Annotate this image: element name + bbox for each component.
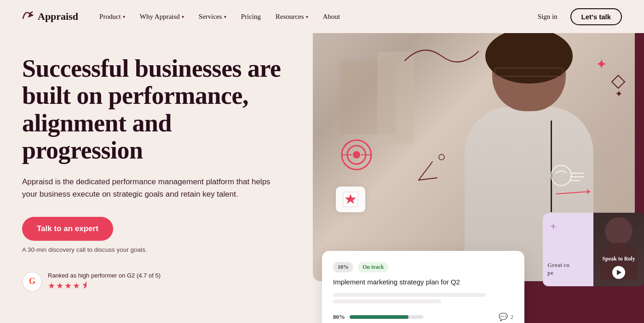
comment-icon: 💬: [499, 312, 508, 321]
logo-text: Appraisd: [38, 11, 78, 23]
video-right-panel: Speak to Roly: [593, 213, 644, 286]
nav-pricing[interactable]: Pricing: [235, 9, 267, 24]
chevron-down-icon: ▾: [182, 14, 184, 19]
nav-why-appraisd[interactable]: Why Appraisd ▾: [133, 9, 190, 24]
card-line-2: [333, 300, 441, 303]
svg-marker-5: [612, 75, 625, 88]
video-left-text: Great co pe: [547, 261, 569, 277]
nav-resources[interactable]: Resources ▾: [269, 9, 315, 24]
on-track-badge: On track: [358, 262, 388, 272]
speak-to-label: Speak to Roly: [602, 255, 635, 262]
task-card: 10% On track Implement marketing strateg…: [322, 251, 524, 323]
progress-label: 80%: [333, 313, 345, 321]
percent-badge: 10%: [333, 262, 353, 272]
card-title: Implement marketing strategy plan for Q2: [333, 278, 513, 286]
hero-title: Successful businesses are built on perfo…: [22, 55, 291, 164]
nav-actions: Sign in Let's talk: [532, 8, 622, 25]
chevron-down-icon: ▾: [306, 14, 308, 19]
right-content: ✦ ✦: [313, 33, 644, 323]
g2-logo: G: [22, 272, 42, 292]
logo-icon: [22, 10, 35, 23]
card-lines: [333, 293, 513, 303]
comments-count: 2: [511, 313, 514, 321]
g2-label: Ranked as high performer on G2 (4.7 of 5…: [48, 272, 161, 279]
video-left-panel: + Great co pe: [543, 213, 593, 286]
sign-in-button[interactable]: Sign in: [532, 9, 563, 24]
plus-icon: +: [550, 220, 557, 232]
star-2: ★: [56, 281, 63, 291]
card-footer: 80% 💬 2: [333, 312, 513, 321]
cta-subtext: A 30-min discovery call to discuss your …: [22, 246, 291, 253]
star-3: ★: [64, 281, 72, 291]
chevron-down-icon: ▾: [224, 14, 226, 19]
page-layout: Successful businesses are built on perfo…: [0, 33, 644, 323]
talk-to-expert-button[interactable]: Talk to an expert: [22, 217, 113, 241]
play-triangle-icon: [617, 270, 621, 275]
left-content: Successful businesses are built on perfo…: [0, 33, 313, 323]
card-line-1: [333, 293, 486, 297]
nav-product[interactable]: Product ▾: [93, 9, 132, 24]
star-half: ⯨: [81, 281, 89, 291]
g2-info: Ranked as high performer on G2 (4.7 of 5…: [48, 272, 161, 291]
logo[interactable]: Appraisd: [22, 10, 78, 23]
g2-badge: G Ranked as high performer on G2 (4.7 of…: [22, 272, 291, 292]
star-4: ★: [73, 281, 80, 291]
chevron-down-icon: ▾: [123, 14, 125, 19]
progress-bar: [350, 315, 423, 319]
nav-about[interactable]: About: [316, 9, 347, 24]
progress-fill: [350, 315, 408, 319]
hero-subtitle: Appraisd is the dedicated performance ma…: [22, 176, 280, 200]
video-thumbnail[interactable]: + Great co pe Speak to Roly: [543, 213, 644, 286]
navigation: Appraisd Product ▾ Why Appraisd ▾ Servic…: [0, 0, 644, 33]
star-rating: ★ ★ ★ ★ ⯨: [48, 281, 161, 291]
svg-point-8: [353, 151, 360, 159]
card-header: 10% On track: [333, 262, 513, 272]
nav-links: Product ▾ Why Appraisd ▾ Services ▾ Pric…: [93, 9, 532, 24]
play-button[interactable]: [612, 266, 625, 279]
progress-section: 80%: [333, 313, 423, 321]
star-1: ★: [48, 281, 55, 291]
lets-talk-button[interactable]: Let's talk: [570, 8, 622, 25]
comments-section: 💬 2: [499, 312, 514, 321]
nav-services[interactable]: Services ▾: [192, 9, 233, 24]
